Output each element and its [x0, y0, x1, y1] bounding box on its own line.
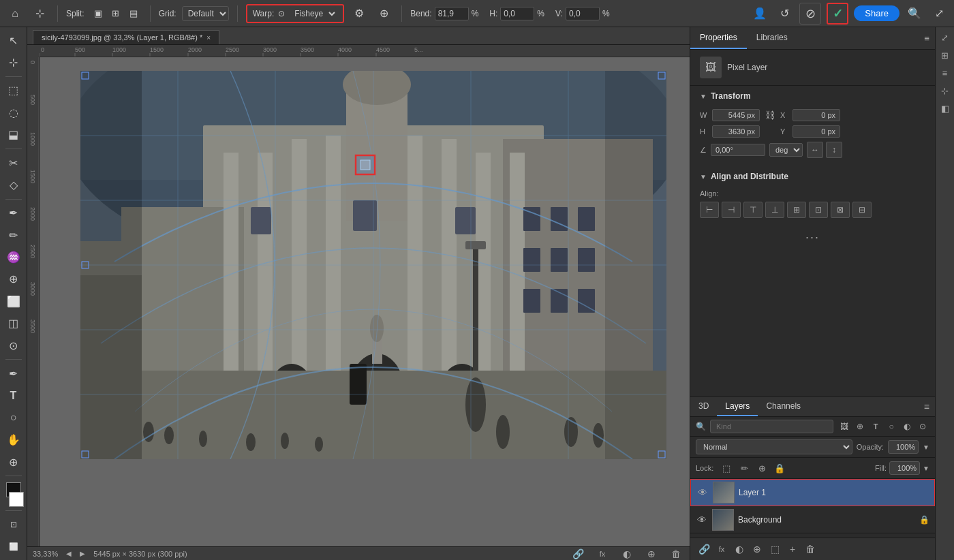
eyedropper-tool[interactable]: ✒	[3, 203, 25, 223]
opacity-input[interactable]	[888, 440, 919, 454]
h-input[interactable]	[500, 7, 534, 20]
status-link-icon[interactable]: 🔗	[570, 546, 586, 561]
layer-adjustment-button[interactable]: ⊕	[749, 541, 765, 557]
side-icon-3[interactable]: ⊹	[938, 83, 953, 98]
align-section-header[interactable]: ▼ Align and Distribute	[690, 166, 935, 187]
hand-tool[interactable]: ✋	[3, 429, 25, 450]
screen-mode-button[interactable]: ⬜	[3, 537, 25, 557]
spot-heal-tool[interactable]: ✏	[3, 225, 25, 245]
profile-icon-button[interactable]: 👤	[750, 4, 769, 23]
blend-mode-select[interactable]: Normal Multiply Screen Overlay	[696, 439, 852, 454]
select-transform-button[interactable]: ⊹	[30, 4, 49, 23]
layer1-visibility-button[interactable]: 👁	[696, 487, 709, 498]
height-input[interactable]	[712, 125, 760, 138]
settings-button[interactable]: ⚙	[350, 4, 369, 23]
move-tool[interactable]: ↖	[3, 30, 25, 50]
puppet-warp-button[interactable]: ⊕	[374, 4, 393, 23]
side-icon-4[interactable]: ◧	[938, 101, 953, 116]
tab-3d[interactable]: 3D	[690, 397, 717, 416]
side-expand-button[interactable]: ⤢	[938, 30, 953, 45]
confirm-warp-button[interactable]: ✓	[827, 3, 848, 25]
more-options-button[interactable]: ···	[796, 228, 829, 247]
v-input[interactable]	[566, 7, 600, 20]
split-3-icon[interactable]: ▤	[125, 5, 142, 22]
tab-layers[interactable]: Layers	[717, 397, 758, 416]
status-adjust-icon[interactable]: ⊕	[643, 546, 660, 561]
bend-input[interactable]	[435, 7, 469, 20]
chain-link-icon[interactable]: ⛓	[765, 110, 775, 121]
quick-select-tool[interactable]: ⬓	[3, 125, 25, 145]
artboard-tool[interactable]: ⊹	[3, 52, 25, 72]
expand-button[interactable]: ⤢	[929, 4, 949, 23]
flip-v-button[interactable]: ↕	[826, 142, 842, 158]
slice-tool[interactable]: ◇	[3, 174, 25, 195]
distribute-h-button[interactable]: ⊠	[831, 202, 850, 218]
document-tab[interactable]: sicily-4793099.jpg @ 33,3% (Layer 1, RGB…	[33, 30, 219, 44]
angle-dropdown[interactable]: deg	[769, 143, 803, 157]
marquee-tool[interactable]: ⬚	[3, 80, 25, 101]
flip-h-button[interactable]: ↔	[807, 142, 823, 158]
cancel-warp-button[interactable]: ⊘	[799, 3, 821, 25]
dodge-tool[interactable]: ⊙	[3, 335, 25, 356]
tab-properties[interactable]: Properties	[690, 27, 747, 49]
width-input[interactable]	[712, 109, 760, 121]
eraser-tool[interactable]: ⬜	[3, 291, 25, 311]
lasso-tool[interactable]: ◌	[3, 102, 25, 123]
x-input[interactable]	[793, 109, 840, 121]
align-center-h-button[interactable]: ⊣	[722, 202, 741, 218]
background-swatch[interactable]	[9, 492, 24, 507]
layers-menu-button[interactable]: ≡	[919, 399, 935, 415]
align-top-edge-button[interactable]: ⊥	[765, 202, 784, 218]
clone-tool[interactable]: ⊕	[3, 269, 25, 290]
layers-search-input[interactable]	[710, 420, 833, 433]
next-button[interactable]: ▶	[80, 550, 85, 557]
align-bottom-edge-button[interactable]: ⊡	[809, 202, 828, 218]
transform-section-header[interactable]: ▼ Transform	[690, 86, 935, 106]
background-visibility-button[interactable]: 👁	[696, 514, 708, 525]
angle-input[interactable]	[711, 144, 765, 156]
layer-item-layer1[interactable]: 👁 Layer 1	[690, 479, 935, 506]
opacity-dropdown-button[interactable]: ▼	[923, 444, 929, 451]
layer-fx-button[interactable]: fx	[713, 541, 730, 557]
status-fx-icon[interactable]: fx	[594, 546, 611, 561]
split-1-icon[interactable]: ▣	[90, 5, 106, 22]
side-icon-2[interactable]: ≡	[938, 65, 953, 80]
properties-menu-button[interactable]: ≡	[919, 27, 935, 49]
lock-artboard-button[interactable]: ⊕	[754, 461, 769, 476]
share-button[interactable]: Share	[854, 5, 899, 21]
layer-new-button[interactable]: +	[784, 541, 801, 557]
prev-button[interactable]: ◀	[66, 550, 72, 557]
align-left-edge-button[interactable]: ⊢	[700, 202, 719, 218]
filter-shape-button[interactable]: ○	[884, 420, 898, 433]
fill-input[interactable]	[889, 461, 920, 475]
distribute-v-button[interactable]: ⊟	[852, 202, 872, 218]
tab-close-button[interactable]: ×	[206, 34, 211, 42]
fill-dropdown-button[interactable]: ▼	[923, 465, 929, 472]
gradient-tool[interactable]: ◫	[3, 313, 25, 334]
lock-pixels-button[interactable]: ⬚	[719, 461, 734, 476]
zoom-tool[interactable]: ⊕	[3, 452, 25, 472]
type-tool[interactable]: T	[3, 386, 25, 406]
search-button[interactable]: 🔍	[905, 4, 924, 23]
grid-select[interactable]: Default	[182, 6, 229, 21]
crop-tool[interactable]: ✂	[3, 153, 25, 173]
side-icon-1[interactable]: ⊞	[938, 48, 953, 63]
canvas-viewport[interactable]	[40, 57, 690, 546]
history-button[interactable]: ↺	[775, 4, 794, 23]
layer-mask-button[interactable]: ◐	[731, 541, 748, 557]
status-mask-icon[interactable]: ◐	[619, 546, 635, 561]
pen-tool[interactable]: ✒	[3, 363, 25, 384]
filter-pixel-button[interactable]: 🖼	[837, 420, 851, 433]
filter-toggle-button[interactable]: ⊙	[916, 420, 929, 433]
layer-link-button[interactable]: 🔗	[696, 541, 712, 557]
quick-mask-button[interactable]: ⊡	[3, 514, 25, 535]
align-center-v-button[interactable]: ⊞	[787, 202, 806, 218]
lock-position-button[interactable]: ✏	[737, 461, 752, 476]
align-right-edge-button[interactable]: ⊤	[743, 202, 763, 218]
filter-smart-button[interactable]: ◐	[900, 420, 914, 433]
brush-tool[interactable]: ♒	[3, 247, 25, 267]
filter-adjust-button[interactable]: ⊕	[853, 420, 867, 433]
y-input[interactable]	[793, 125, 840, 138]
split-2-icon[interactable]: ⊞	[108, 5, 124, 22]
layer-item-background[interactable]: 👁 Background 🔒	[690, 506, 935, 533]
